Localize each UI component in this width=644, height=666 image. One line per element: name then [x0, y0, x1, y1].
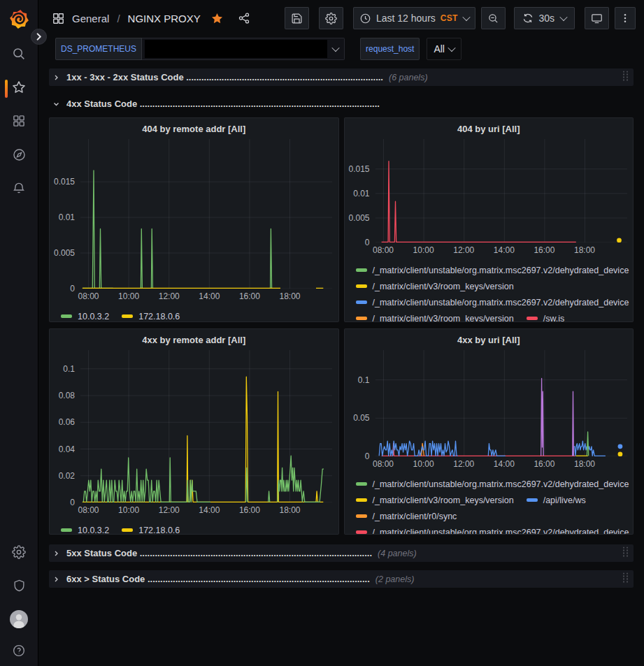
breadcrumb-folder[interactable]: General — [72, 13, 109, 24]
x-tick-label: 10:00 — [118, 505, 139, 515]
legend-item[interactable]: /_matrix/client/v3/room_keys/version — [356, 492, 514, 508]
tv-mode-button[interactable] — [585, 7, 609, 29]
x-tick-label: 08:00 — [78, 291, 99, 301]
panel-title[interactable]: 4xx by uri [All] — [345, 329, 634, 350]
sidebar-item-dashboards[interactable] — [0, 106, 38, 139]
row-drag-handle[interactable] — [623, 546, 629, 560]
time-range-picker[interactable]: Last 12 hours CST — [353, 7, 475, 29]
shield-icon — [13, 579, 26, 595]
gear-icon — [12, 545, 26, 562]
datasource-variable-select[interactable] — [142, 38, 345, 60]
y-axis: 00.050.1 — [345, 350, 375, 456]
panel-legend: /_matrix/client/unstable/org.matrix.msc2… — [345, 256, 634, 322]
sidebar-item-server-admin[interactable] — [0, 570, 38, 604]
panel-title[interactable]: 404 by remote addr [All] — [50, 118, 338, 139]
dashboard-row-collapsed[interactable]: 6xx > Status Code ......................… — [49, 570, 634, 588]
sidebar-item-explore[interactable] — [0, 139, 38, 173]
legend-item[interactable]: /sw.js — [527, 310, 565, 322]
plot-area[interactable] — [375, 350, 627, 456]
share-icon[interactable] — [238, 12, 250, 24]
chevron-down-icon — [53, 101, 59, 107]
legend-item[interactable]: /_matrix/client/unstable/org.matrix.msc2… — [356, 262, 629, 278]
series-line-purple — [541, 379, 573, 456]
row-title: 4xx Status Code ........................… — [66, 99, 380, 109]
apps-icon — [12, 114, 26, 131]
breadcrumb-dashboard-title: NGINX PROXY — [128, 13, 201, 24]
request-host-variable-label[interactable]: request_host — [360, 38, 420, 60]
refresh-button-group[interactable]: 30s — [514, 7, 575, 29]
y-tick-label: 0.01 — [59, 212, 75, 222]
y-tick-label: 0 — [365, 238, 370, 247]
legend-item[interactable]: 10.0.3.2 — [61, 308, 109, 322]
legend-label: /_matrix/client/unstable/org.matrix.msc2… — [373, 298, 629, 307]
zoom-out-button[interactable] — [481, 7, 506, 29]
clock-icon — [359, 13, 371, 24]
legend-label: /api/live/ws — [543, 495, 586, 505]
legend-item[interactable]: /_matrix/client/r0/sync — [356, 508, 457, 524]
legend-label: 172.18.0.6 — [138, 312, 180, 321]
datasource-variable-label[interactable]: DS_PROMETHEUS — [55, 38, 142, 60]
legend-swatch — [527, 498, 538, 502]
x-tick-label: 12:00 — [159, 291, 180, 301]
panel-title[interactable]: 4xx by remote addr [All] — [50, 329, 338, 350]
panel: 404 by remote addr [All]00.0050.010.0150… — [49, 117, 339, 322]
sidebar-item-configuration[interactable] — [0, 537, 38, 570]
plot-area[interactable] — [80, 350, 332, 502]
sidebar-item-starred[interactable] — [0, 72, 38, 106]
legend-item[interactable]: /_matrix/client/unstable/org.matrix.msc2… — [356, 524, 629, 535]
sidebar-item-alerting[interactable] — [0, 173, 38, 206]
legend-item[interactable]: 172.18.0.6 — [122, 522, 180, 535]
save-dashboard-button[interactable] — [285, 7, 309, 29]
chart-svg — [375, 139, 627, 242]
x-tick-label: 10:00 — [118, 291, 139, 301]
dashboard-settings-button[interactable] — [319, 7, 343, 29]
bell-icon — [12, 181, 26, 198]
chevron-down-icon — [559, 13, 567, 21]
gear-icon — [325, 13, 337, 24]
panel-title[interactable]: 404 by uri [All] — [345, 118, 634, 139]
y-axis: 00.0050.010.015 — [50, 139, 80, 289]
row-drag-handle[interactable] — [623, 71, 629, 84]
legend-item[interactable]: /_matrix/client/unstable/org.matrix.msc2… — [356, 476, 629, 492]
avatar — [10, 610, 28, 631]
apps-breadcrumb-icon[interactable] — [52, 12, 65, 25]
dashboard-row-collapsed[interactable]: 5xx Status Code ........................… — [49, 544, 634, 562]
dashboard-row-collapsed[interactable]: 1xx - 3xx - 2xx Status Code ............… — [49, 68, 634, 86]
plot-area[interactable] — [375, 139, 627, 242]
legend-item[interactable]: /_matrix/client/v3/room_keys/version — [356, 310, 514, 322]
sidebar-item-search[interactable] — [0, 38, 38, 72]
legend-item[interactable]: 10.0.3.2 — [61, 522, 109, 535]
dashboard-row-expanded[interactable]: 4xx Status Code ........................… — [49, 95, 634, 113]
chevron-right-icon — [53, 576, 59, 582]
x-tick-label: 16:00 — [239, 505, 260, 515]
x-tick-label: 12:00 — [453, 245, 474, 255]
plot-area[interactable] — [80, 139, 332, 289]
x-tick-label: 08:00 — [373, 459, 394, 469]
kebab-menu-button[interactable] — [615, 7, 636, 29]
navbar: General / NGINX PROXY Last 12 hours CST — [39, 0, 644, 36]
favorite-star-icon[interactable] — [210, 12, 224, 25]
legend-item[interactable]: /_matrix/client/v3/room_keys/version — [356, 278, 514, 294]
sidebar-expand-button[interactable] — [31, 29, 47, 45]
request-host-variable-value: All — [434, 43, 445, 55]
chevron-down-icon — [463, 13, 471, 21]
star-icon — [11, 80, 27, 98]
legend-swatch — [61, 528, 72, 532]
panel: 404 by uri [All]00.0050.010.01508:0010:0… — [344, 117, 634, 322]
row-drag-handle[interactable] — [623, 572, 629, 586]
row-panel-count: (2 panels) — [375, 574, 415, 584]
row-title: 5xx Status Code ........................… — [66, 548, 372, 558]
y-tick-label: 0.01 — [353, 189, 369, 198]
request-host-variable-select[interactable]: All — [427, 38, 461, 60]
sidebar-item-profile[interactable] — [0, 604, 38, 637]
kebab-icon — [620, 13, 631, 24]
x-tick-label: 16:00 — [534, 245, 554, 255]
y-tick-label: 0 — [70, 498, 75, 507]
series-line-green — [83, 456, 324, 502]
legend-item[interactable]: /api/live/ws — [527, 492, 586, 508]
sidebar-item-help[interactable] — [0, 637, 38, 666]
legend-item[interactable]: /_matrix/client/unstable/org.matrix.msc2… — [356, 294, 629, 310]
x-axis: 08:0010:0012:0014:0016:0018:00 — [80, 289, 332, 303]
legend-item[interactable]: 172.18.0.6 — [122, 308, 180, 322]
x-axis: 08:0010:0012:0014:0016:0018:00 — [375, 456, 627, 470]
